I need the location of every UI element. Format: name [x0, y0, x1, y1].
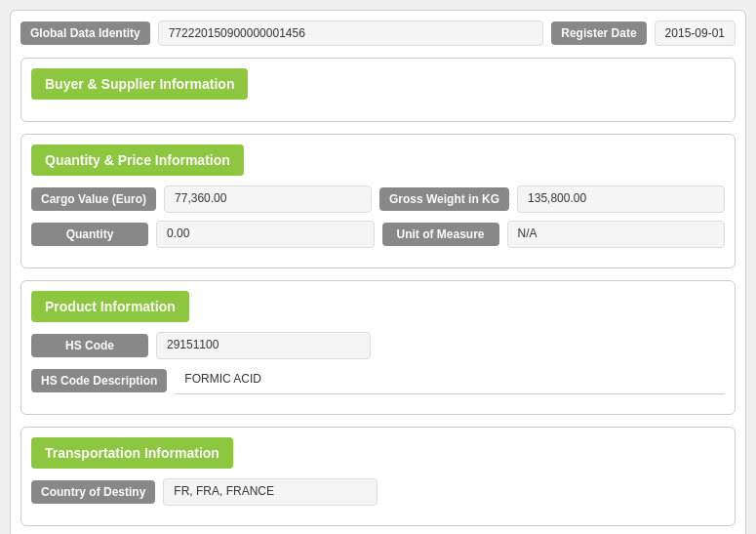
product-body: HS Code 29151100 HS Code Description FOR…: [21, 332, 735, 414]
unit-of-measure-value: N/A: [507, 221, 726, 248]
hs-desc-row: HS Code Description FORMIC ACID: [31, 367, 725, 394]
product-title: Product Information: [31, 291, 189, 322]
country-destiny-value: FR, FRA, FRANCE: [163, 478, 378, 506]
global-data-identity-value: 772220150900000001456: [158, 21, 544, 46]
gross-weight-value: 135,800.00: [517, 185, 725, 213]
hs-desc-value: FORMIC ACID: [175, 367, 725, 394]
country-destiny-row: Country of Destiny FR, FRA, FRANCE: [31, 478, 725, 506]
quantity-price-title: Quantity & Price Information: [31, 144, 244, 176]
buyer-supplier-body: [21, 109, 735, 121]
hs-desc-label: HS Code Description: [31, 369, 167, 392]
global-data-identity-label: Global Data Identity: [20, 21, 150, 45]
hs-code-value: 29151100: [156, 332, 371, 359]
quantity-label: Quantity: [31, 223, 148, 246]
hs-code-row: HS Code 29151100: [31, 332, 725, 359]
cargo-value: 77,360.00: [164, 185, 372, 213]
product-section: Product Information HS Code 29151100 HS …: [20, 280, 736, 415]
header-row: Global Data Identity 7722201509000000014…: [20, 21, 736, 46]
register-date-value: 2015-09-01: [655, 21, 736, 46]
gross-weight-label: Gross Weight in KG: [379, 187, 509, 211]
buyer-supplier-title: Buyer & Supplier Information: [31, 68, 248, 100]
quantity-unit-row: Quantity 0.00 Unit of Measure N/A: [31, 221, 725, 248]
quantity-price-section: Quantity & Price Information Cargo Value…: [20, 134, 736, 268]
country-destiny-label: Country of Destiny: [31, 480, 155, 504]
transportation-section: Transportation Information Country of De…: [20, 427, 736, 526]
transportation-title: Transportation Information: [31, 437, 233, 469]
transportation-body: Country of Destiny FR, FRA, FRANCE: [21, 478, 735, 525]
unit-of-measure-label: Unit of Measure: [382, 223, 499, 246]
quantity-value: 0.00: [156, 221, 375, 248]
register-date-label: Register Date: [551, 21, 646, 45]
buyer-supplier-section: Buyer & Supplier Information: [20, 58, 736, 122]
cargo-gross-row: Cargo Value (Euro) 77,360.00 Gross Weigh…: [31, 185, 725, 213]
cargo-value-label: Cargo Value (Euro): [31, 187, 156, 211]
quantity-price-body: Cargo Value (Euro) 77,360.00 Gross Weigh…: [21, 185, 735, 267]
hs-code-label: HS Code: [31, 334, 148, 357]
